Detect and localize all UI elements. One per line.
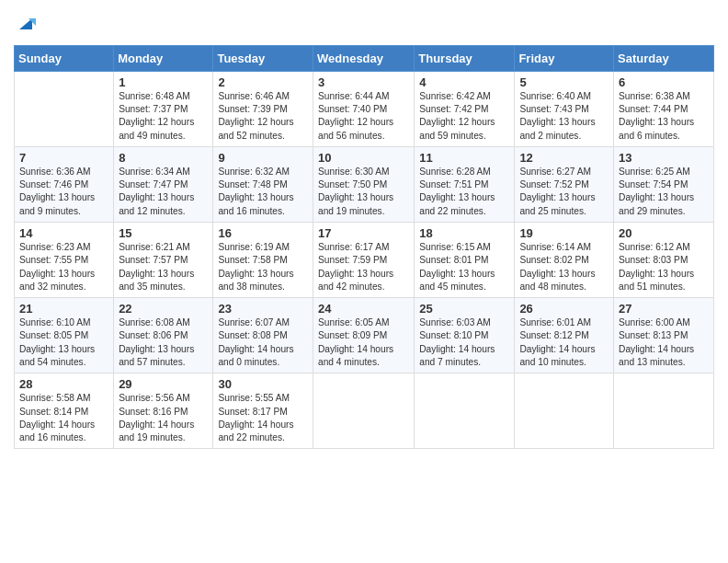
day-info: Sunrise: 6:34 AM Sunset: 7:47 PM Dayligh…: [119, 166, 208, 218]
day-number: 25: [419, 302, 509, 316]
weekday-header-tuesday: Tuesday: [213, 45, 313, 71]
page: SundayMondayTuesdayWednesdayThursdayFrid…: [0, 0, 728, 563]
calendar-cell: 24Sunrise: 6:05 AM Sunset: 8:09 PM Dayli…: [313, 298, 415, 373]
calendar-week-row: 14Sunrise: 6:23 AM Sunset: 7:55 PM Dayli…: [15, 223, 714, 298]
day-number: 7: [19, 151, 108, 165]
calendar-week-row: 28Sunrise: 5:58 AM Sunset: 8:14 PM Dayli…: [15, 373, 714, 449]
day-number: 10: [318, 151, 409, 165]
day-number: 29: [119, 377, 208, 391]
calendar-week-row: 7Sunrise: 6:36 AM Sunset: 7:46 PM Daylig…: [15, 146, 714, 222]
calendar-cell: 11Sunrise: 6:28 AM Sunset: 7:51 PM Dayli…: [415, 146, 515, 222]
weekday-header-sunday: Sunday: [15, 45, 114, 71]
day-number: 19: [519, 226, 609, 240]
day-number: 28: [19, 377, 108, 391]
day-info: Sunrise: 6:28 AM Sunset: 7:51 PM Dayligh…: [419, 166, 509, 218]
day-info: Sunrise: 6:14 AM Sunset: 8:02 PM Dayligh…: [519, 241, 609, 293]
calendar-cell: 17Sunrise: 6:17 AM Sunset: 7:59 PM Dayli…: [313, 223, 415, 298]
day-number: 12: [519, 151, 609, 165]
weekday-header-thursday: Thursday: [415, 45, 515, 71]
day-info: Sunrise: 6:03 AM Sunset: 8:10 PM Dayligh…: [419, 316, 509, 369]
calendar-cell: [515, 373, 614, 449]
day-number: 26: [519, 302, 609, 316]
day-info: Sunrise: 6:48 AM Sunset: 7:37 PM Dayligh…: [119, 90, 208, 143]
day-number: 15: [119, 226, 208, 240]
day-info: Sunrise: 6:19 AM Sunset: 7:58 PM Dayligh…: [218, 241, 308, 293]
day-number: 8: [119, 151, 208, 165]
calendar-cell: 8Sunrise: 6:34 AM Sunset: 7:47 PM Daylig…: [114, 146, 213, 222]
day-info: Sunrise: 6:23 AM Sunset: 7:55 PM Dayligh…: [19, 241, 108, 293]
day-info: Sunrise: 6:12 AM Sunset: 8:03 PM Dayligh…: [619, 241, 709, 293]
day-info: Sunrise: 6:42 AM Sunset: 7:42 PM Dayligh…: [419, 90, 509, 143]
day-info: Sunrise: 6:38 AM Sunset: 7:44 PM Dayligh…: [619, 90, 709, 143]
calendar-cell: 4Sunrise: 6:42 AM Sunset: 7:42 PM Daylig…: [415, 71, 515, 146]
day-number: 17: [318, 226, 409, 240]
day-info: Sunrise: 6:36 AM Sunset: 7:46 PM Dayligh…: [19, 166, 108, 218]
day-number: 23: [218, 302, 308, 316]
day-info: Sunrise: 6:17 AM Sunset: 7:59 PM Dayligh…: [318, 241, 409, 293]
header: [14, 9, 714, 38]
day-info: Sunrise: 5:58 AM Sunset: 8:14 PM Dayligh…: [19, 392, 108, 444]
day-number: 22: [119, 302, 208, 316]
calendar-cell: 18Sunrise: 6:15 AM Sunset: 8:01 PM Dayli…: [415, 223, 515, 298]
calendar-cell: 6Sunrise: 6:38 AM Sunset: 7:44 PM Daylig…: [614, 71, 714, 146]
day-info: Sunrise: 5:56 AM Sunset: 8:16 PM Dayligh…: [119, 392, 208, 444]
calendar-cell: 14Sunrise: 6:23 AM Sunset: 7:55 PM Dayli…: [15, 223, 114, 298]
day-info: Sunrise: 6:08 AM Sunset: 8:06 PM Dayligh…: [119, 316, 208, 369]
calendar-cell: 1Sunrise: 6:48 AM Sunset: 7:37 PM Daylig…: [114, 71, 213, 146]
day-number: 4: [419, 75, 509, 89]
calendar-cell: [313, 373, 415, 449]
day-number: 14: [19, 226, 108, 240]
day-number: 13: [619, 151, 709, 165]
calendar-cell: 13Sunrise: 6:25 AM Sunset: 7:54 PM Dayli…: [614, 146, 714, 222]
day-number: 20: [619, 226, 709, 240]
day-info: Sunrise: 6:40 AM Sunset: 7:43 PM Dayligh…: [519, 90, 609, 143]
day-info: Sunrise: 6:44 AM Sunset: 7:40 PM Dayligh…: [318, 90, 409, 143]
calendar-cell: 19Sunrise: 6:14 AM Sunset: 8:02 PM Dayli…: [515, 223, 614, 298]
weekday-header-row: SundayMondayTuesdayWednesdayThursdayFrid…: [15, 45, 714, 71]
calendar-cell: 16Sunrise: 6:19 AM Sunset: 7:58 PM Dayli…: [213, 223, 313, 298]
calendar-cell: [415, 373, 515, 449]
day-info: Sunrise: 6:10 AM Sunset: 8:05 PM Dayligh…: [19, 316, 108, 369]
calendar-table: SundayMondayTuesdayWednesdayThursdayFrid…: [14, 45, 714, 450]
day-number: 27: [619, 302, 709, 316]
calendar-cell: 25Sunrise: 6:03 AM Sunset: 8:10 PM Dayli…: [415, 298, 515, 373]
calendar-cell: 29Sunrise: 5:56 AM Sunset: 8:16 PM Dayli…: [114, 373, 213, 449]
day-number: 2: [218, 75, 308, 89]
day-number: 24: [318, 302, 409, 316]
day-number: 9: [218, 151, 308, 165]
calendar-week-row: 1Sunrise: 6:48 AM Sunset: 7:37 PM Daylig…: [15, 71, 714, 146]
day-number: 5: [519, 75, 609, 89]
calendar-cell: 12Sunrise: 6:27 AM Sunset: 7:52 PM Dayli…: [515, 146, 614, 222]
logo: [14, 13, 36, 38]
calendar-cell: 30Sunrise: 5:55 AM Sunset: 8:17 PM Dayli…: [213, 373, 313, 449]
calendar-cell: 26Sunrise: 6:01 AM Sunset: 8:12 PM Dayli…: [515, 298, 614, 373]
calendar-cell: 2Sunrise: 6:46 AM Sunset: 7:39 PM Daylig…: [213, 71, 313, 146]
calendar-cell: 9Sunrise: 6:32 AM Sunset: 7:48 PM Daylig…: [213, 146, 313, 222]
calendar-cell: 22Sunrise: 6:08 AM Sunset: 8:06 PM Dayli…: [114, 298, 213, 373]
calendar-cell: 28Sunrise: 5:58 AM Sunset: 8:14 PM Dayli…: [15, 373, 114, 449]
day-info: Sunrise: 5:55 AM Sunset: 8:17 PM Dayligh…: [218, 392, 308, 444]
day-number: 21: [19, 302, 108, 316]
calendar-cell: [614, 373, 714, 449]
calendar-cell: 27Sunrise: 6:00 AM Sunset: 8:13 PM Dayli…: [614, 298, 714, 373]
calendar-cell: 23Sunrise: 6:07 AM Sunset: 8:08 PM Dayli…: [213, 298, 313, 373]
day-info: Sunrise: 6:46 AM Sunset: 7:39 PM Dayligh…: [218, 90, 308, 143]
weekday-header-friday: Friday: [515, 45, 614, 71]
calendar-cell: 7Sunrise: 6:36 AM Sunset: 7:46 PM Daylig…: [15, 146, 114, 222]
day-info: Sunrise: 6:21 AM Sunset: 7:57 PM Dayligh…: [119, 241, 208, 293]
calendar-cell: 21Sunrise: 6:10 AM Sunset: 8:05 PM Dayli…: [15, 298, 114, 373]
day-info: Sunrise: 6:27 AM Sunset: 7:52 PM Dayligh…: [519, 166, 609, 218]
weekday-header-wednesday: Wednesday: [313, 45, 415, 71]
logo-icon: [16, 13, 36, 33]
weekday-header-monday: Monday: [114, 45, 213, 71]
day-number: 18: [419, 226, 509, 240]
day-info: Sunrise: 6:00 AM Sunset: 8:13 PM Dayligh…: [619, 316, 709, 369]
calendar-cell: 3Sunrise: 6:44 AM Sunset: 7:40 PM Daylig…: [313, 71, 415, 146]
day-info: Sunrise: 6:32 AM Sunset: 7:48 PM Dayligh…: [218, 166, 308, 218]
day-number: 11: [419, 151, 509, 165]
weekday-header-saturday: Saturday: [614, 45, 714, 71]
calendar-cell: 20Sunrise: 6:12 AM Sunset: 8:03 PM Dayli…: [614, 223, 714, 298]
day-number: 3: [318, 75, 409, 89]
day-info: Sunrise: 6:01 AM Sunset: 8:12 PM Dayligh…: [519, 316, 609, 369]
calendar-cell: 15Sunrise: 6:21 AM Sunset: 7:57 PM Dayli…: [114, 223, 213, 298]
